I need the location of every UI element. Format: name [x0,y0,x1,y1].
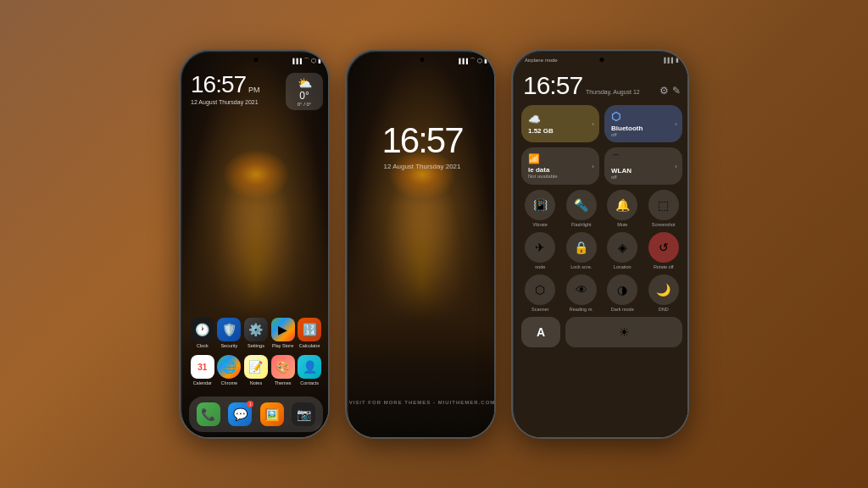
phone-home: ▐▐▐ ⌒ ⬡ ▮ 16:57 PM 12 August Thursday 20… [179,49,330,439]
airplane-label: node [535,264,545,269]
cc-darkmode[interactable]: ◑ Dark mode [604,274,642,312]
lock-time: 16:57 [381,120,462,161]
cc-bottom: A ☀ [521,317,682,347]
dock-phone[interactable]: 📞 [197,402,220,426]
lock-date: 12 August Thursday 2021 [383,163,460,170]
location-label: Location [614,264,632,269]
screenshot-label: Screenshot [652,222,676,227]
airplane-btn: ✈ [525,232,555,263]
reading-btn: 👁 [566,274,597,305]
wlan-label: WLAN [611,167,676,175]
data-arrow: › [592,163,594,170]
cc-settings-icon[interactable]: ⚙ [659,85,669,97]
lock-bluetooth-icon: ⬡ [477,58,482,64]
app-playstore[interactable]: ▶ Play Store [270,318,297,348]
data-label: le data [528,166,593,174]
cc-clock-row: 16:57 Thursday, August 12 ⚙ ✎ [521,68,682,105]
rotate-btn: ↺ [648,232,679,263]
wlan-sub: off [611,175,676,180]
vibrate-btn: 📳 [525,190,555,220]
scanner-label: Scanner [531,307,549,312]
app-settings[interactable]: ⚙️ Settings [242,318,270,348]
lock-battery-icon: ▮ [484,58,487,64]
darkmode-label: Dark mode [611,307,634,312]
wifi-icon: ⌒ [303,57,309,65]
cc-tile-storage[interactable]: ☁️ 1.52 GB › [521,105,599,142]
cc-dnd[interactable]: 🌙 DND [645,274,683,312]
lock-signal-icon: ▐▐▐ [457,58,468,64]
cc-brightness-tile[interactable]: ☀ [565,317,682,347]
control-center: Airplane mode ▐▐▐ ▮ 16:57 Thursday, Augu… [515,53,689,439]
calendar-label: Calendar [193,380,212,385]
cc-screenshot[interactable]: ⬚ Screenshot [645,190,683,227]
brightness-icon: ☀ [619,325,630,339]
calculator-label: Calculator [299,343,320,348]
dock-gallery[interactable]: 🖼️ [260,402,284,426]
clock-label: Clock [197,343,209,348]
cc-rotate[interactable]: ↺ Rotate off [645,232,683,269]
lockscreen-label: Lock scre. [570,264,592,269]
contacts-label: Contacts [300,380,319,385]
app-security[interactable]: 🛡️ Security [216,318,243,348]
cc-mute[interactable]: 🔔 Mute [604,190,642,227]
home-date: 12 August Thursday 2021 [191,99,260,105]
dock-camera[interactable]: 📷 [292,402,315,426]
app-calculator[interactable]: 🔢 Calculator [296,318,323,348]
cc-lockscreen[interactable]: 🔒 Lock scre. [563,232,601,269]
cc-reading[interactable]: 👁 Reading m. [563,274,601,312]
vibrate-label: Vibrate [533,222,548,227]
app-clock[interactable]: 🕐 Clock [189,318,216,348]
cc-signal-icon: ▐▐▐ [662,58,673,63]
storage-label: 1.52 GB [528,127,593,135]
home-time: 16:57 [191,71,246,98]
app-notes[interactable]: 📝 Notes [242,355,270,385]
signal-icon: ▐▐▐ [291,58,302,64]
app-chrome[interactable]: 🌐 Chrome [216,355,243,385]
dock-messages[interactable]: 💬 1 [228,402,252,426]
cc-scanner[interactable]: ⬡ Scanner [521,274,559,312]
app-themes[interactable]: 🎨 Themes [270,355,297,385]
clock-icon: 🕐 [191,318,214,341]
home-ampm: PM [248,86,260,94]
phone-control: Airplane mode ▐▐▐ ▮ 16:57 Thursday, Augu… [511,49,689,439]
app-calendar[interactable]: 31 Calendar [189,355,216,385]
reading-label: Reading m. [570,307,593,312]
dnd-label: DND [659,307,669,312]
data-sub: Not available [528,174,593,179]
settings-label: Settings [248,343,264,348]
cc-tile-bluetooth[interactable]: ⬡ Bluetooth off › [604,105,682,142]
security-label: Security [220,343,237,348]
cc-icon-grid-3: ⬡ Scanner 👁 Reading m. ◑ Dark mode 🌙 DND [521,274,682,312]
cc-vibrate[interactable]: 📳 Vibrate [521,190,559,227]
cc-icon-grid-2: ✈ node 🔒 Lock scre. ◈ Location ↺ Rotate … [521,232,682,269]
wlan-icon: ⌒ [611,152,676,165]
rotate-label: Rotate off [654,264,674,269]
cc-battery-icon: ▮ [676,57,679,64]
cc-flashlight[interactable]: 🔦 Flashlight [563,190,601,227]
flashlight-label: Flashlight [571,222,592,227]
cc-airplane[interactable]: ✈ node [521,232,559,269]
cc-icon-grid-1: 📳 Vibrate 🔦 Flashlight 🔔 Mute ⬚ Screensh… [521,190,682,227]
lock-content: 16:57 12 August Thursday 2021 [348,53,496,439]
wlan-arrow: › [675,163,677,170]
cc-location[interactable]: ◈ Location [604,232,642,269]
themes-label: Themes [275,380,292,385]
punch-hole-lock [420,58,425,62]
cc-tiles-row1: ☁️ 1.52 GB › ⬡ Bluetooth off › [521,105,682,142]
cc-tile-wlan[interactable]: ⌒ WLAN off › [604,147,682,185]
cc-date: Thursday, August 12 [586,89,640,95]
bluetooth-label: Bluetooth [611,125,676,132]
playstore-icon: ▶ [271,318,295,341]
location-btn: ◈ [607,232,637,263]
dock: 📞 💬 1 🖼️ 📷 [189,396,323,432]
mute-label: Mute [617,222,627,227]
cc-font-tile[interactable]: A [521,317,560,347]
cc-edit-icon[interactable]: ✎ [672,85,681,97]
storage-icon: ☁️ [528,114,593,125]
app-contacts[interactable]: 👤 Contacts [296,355,323,385]
cc-tile-data[interactable]: 📶 le data Not available › [521,147,599,185]
darkmode-btn: ◑ [607,274,637,305]
status-icons: ▐▐▐ ⌒ ⬡ ▮ [291,57,321,65]
watermark: VISIT FOR MORE THEMES - MIUITHEMER.COM [348,400,496,405]
lock-status-icons: ▐▐▐ ⌒ ⬡ ▮ [457,57,487,65]
